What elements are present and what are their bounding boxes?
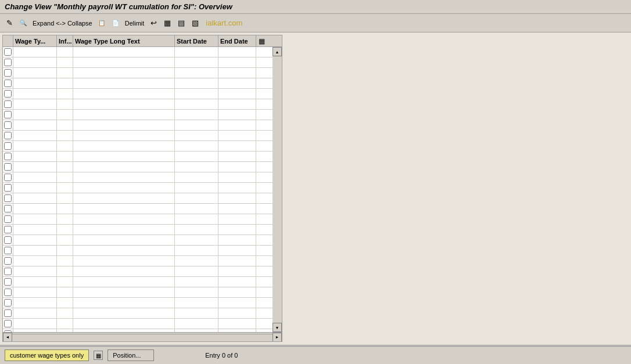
row-checkbox[interactable] (3, 256, 13, 266)
row-checkbox[interactable] (3, 110, 13, 120)
table-row[interactable] (3, 266, 282, 277)
customer-wage-types-btn[interactable]: customer wage types only (5, 349, 89, 361)
horizontal-scrollbar[interactable]: ◄ ► (3, 332, 282, 341)
row-select-checkbox[interactable] (4, 121, 12, 129)
row-select-checkbox[interactable] (4, 100, 12, 108)
paste-icon[interactable] (110, 17, 121, 29)
table-row[interactable] (3, 172, 282, 183)
table-row[interactable] (3, 298, 282, 308)
row-select-checkbox[interactable] (4, 80, 12, 87)
row-select-checkbox[interactable] (4, 48, 12, 56)
row-select-checkbox[interactable] (4, 257, 12, 265)
row-checkbox[interactable] (3, 277, 13, 287)
table-row[interactable] (3, 277, 282, 287)
row-checkbox[interactable] (3, 298, 13, 308)
row-select-checkbox[interactable] (4, 153, 12, 160)
table-row[interactable] (3, 225, 282, 235)
row-checkbox[interactable] (3, 287, 13, 297)
row-checkbox[interactable] (3, 308, 13, 318)
column-settings-icon[interactable]: ▦ (256, 37, 267, 45)
row-checkbox[interactable] (3, 172, 13, 182)
row-select-checkbox[interactable] (4, 320, 12, 327)
row-select-checkbox[interactable] (4, 59, 12, 66)
row-select-checkbox[interactable] (4, 142, 12, 150)
row-select-checkbox[interactable] (4, 278, 12, 286)
table-row[interactable] (3, 329, 282, 332)
row-checkbox[interactable] (3, 266, 13, 276)
table-row[interactable] (3, 78, 282, 89)
row-checkbox[interactable] (3, 329, 13, 332)
row-select-checkbox[interactable] (4, 247, 12, 254)
row-select-checkbox[interactable] (4, 289, 12, 296)
table-row[interactable] (3, 131, 282, 141)
position-btn[interactable]: Position... (107, 349, 154, 361)
row-select-checkbox[interactable] (4, 132, 12, 139)
table-row[interactable] (3, 214, 282, 225)
undo-icon[interactable] (148, 17, 159, 29)
row-checkbox[interactable] (3, 78, 13, 88)
table-row[interactable] (3, 246, 282, 256)
row-checkbox[interactable] (3, 99, 13, 109)
row-checkbox[interactable] (3, 68, 13, 78)
row-checkbox[interactable] (3, 214, 13, 224)
grid2-icon[interactable] (175, 17, 187, 29)
table-row[interactable] (3, 319, 282, 329)
row-checkbox[interactable] (3, 193, 13, 203)
copy-icon[interactable] (96, 17, 107, 29)
row-checkbox[interactable] (3, 162, 13, 172)
row-checkbox[interactable] (3, 89, 13, 99)
row-select-checkbox[interactable] (4, 299, 12, 307)
table-row[interactable] (3, 89, 282, 99)
table-row[interactable] (3, 110, 282, 120)
table-row[interactable] (3, 162, 282, 172)
grid1-icon[interactable] (162, 17, 173, 29)
scroll-up-btn[interactable] (273, 47, 282, 56)
row-select-checkbox[interactable] (4, 174, 12, 181)
table-row[interactable] (3, 193, 282, 204)
row-select-checkbox[interactable] (4, 111, 12, 118)
expand-collapse-btn[interactable]: Expand <-> Collapse (31, 20, 94, 27)
row-select-checkbox[interactable] (4, 205, 12, 212)
table-row[interactable] (3, 256, 282, 266)
table-row[interactable] (3, 57, 282, 68)
scroll-right-btn[interactable]: ► (273, 333, 282, 342)
table-row[interactable] (3, 287, 282, 298)
table-row[interactable] (3, 47, 282, 57)
table-row[interactable] (3, 308, 282, 319)
row-checkbox[interactable] (3, 47, 13, 57)
vertical-scrollbar[interactable] (273, 47, 282, 332)
row-checkbox[interactable] (3, 120, 13, 130)
row-checkbox[interactable] (3, 204, 13, 214)
table-row[interactable] (3, 141, 282, 152)
row-select-checkbox[interactable] (4, 69, 12, 77)
table-row[interactable] (3, 204, 282, 214)
scroll-left-btn[interactable]: ◄ (3, 333, 12, 342)
table-row[interactable] (3, 120, 282, 131)
row-select-checkbox[interactable] (4, 309, 12, 317)
row-checkbox[interactable] (3, 141, 13, 151)
row-select-checkbox[interactable] (4, 90, 12, 98)
table-row[interactable] (3, 183, 282, 193)
row-checkbox[interactable] (3, 131, 13, 140)
delimit-btn[interactable]: Delimit (124, 20, 146, 27)
zoom-icon[interactable] (17, 17, 29, 29)
table-row[interactable] (3, 99, 282, 110)
row-select-checkbox[interactable] (4, 268, 12, 275)
row-checkbox[interactable] (3, 57, 13, 67)
row-checkbox[interactable] (3, 235, 13, 245)
row-checkbox[interactable] (3, 319, 13, 329)
edit-icon[interactable] (3, 17, 15, 29)
table-row[interactable] (3, 235, 282, 246)
row-select-checkbox[interactable] (4, 184, 12, 192)
row-select-checkbox[interactable] (4, 236, 12, 244)
grid3-icon[interactable] (189, 17, 201, 29)
row-checkbox[interactable] (3, 246, 13, 255)
row-checkbox[interactable] (3, 183, 13, 193)
scroll-down-btn[interactable] (273, 323, 282, 332)
row-checkbox[interactable] (3, 225, 13, 235)
row-select-checkbox[interactable] (4, 163, 12, 171)
row-select-checkbox[interactable] (4, 194, 12, 202)
table-row[interactable] (3, 152, 282, 162)
table-row[interactable] (3, 68, 282, 78)
row-select-checkbox[interactable] (4, 215, 12, 223)
